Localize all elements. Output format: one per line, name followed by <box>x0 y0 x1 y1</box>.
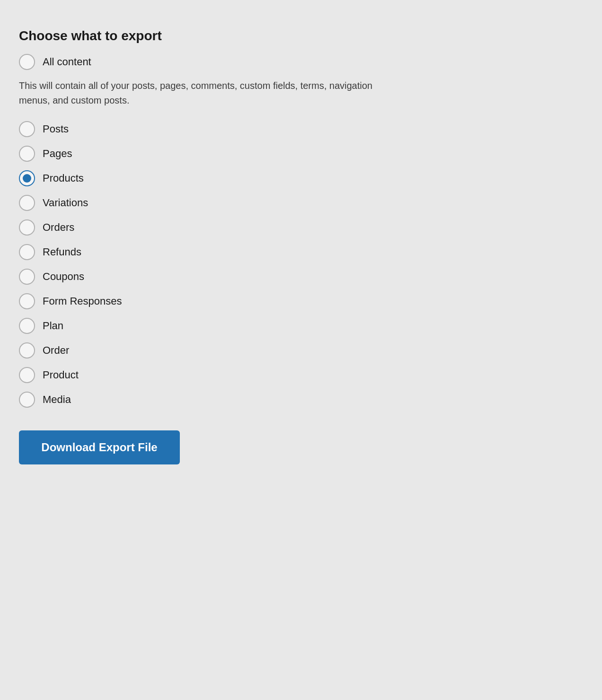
radio-variations[interactable] <box>19 195 35 211</box>
label-variations[interactable]: Variations <box>43 197 88 209</box>
option-media: Media <box>19 392 398 408</box>
radio-products[interactable] <box>19 170 35 186</box>
option-pages: Pages <box>19 146 398 162</box>
radio-refunds[interactable] <box>19 244 35 260</box>
radio-product[interactable] <box>19 367 35 383</box>
label-product[interactable]: Product <box>43 369 79 381</box>
option-plan: Plan <box>19 318 398 334</box>
option-refunds: Refunds <box>19 244 398 260</box>
option-product: Product <box>19 367 398 383</box>
radio-coupons[interactable] <box>19 269 35 285</box>
label-refunds[interactable]: Refunds <box>43 246 81 258</box>
label-all-content[interactable]: All content <box>43 56 91 68</box>
radio-form-responses[interactable] <box>19 293 35 309</box>
option-orders: Orders <box>19 219 398 236</box>
label-coupons[interactable]: Coupons <box>43 271 84 283</box>
label-pages[interactable]: Pages <box>43 148 72 160</box>
option-variations: Variations <box>19 195 398 211</box>
label-form-responses[interactable]: Form Responses <box>43 295 122 307</box>
export-form: Choose what to export All content This w… <box>14 19 402 474</box>
radio-posts[interactable] <box>19 121 35 137</box>
download-export-button[interactable]: Download Export File <box>19 430 180 464</box>
radio-orders[interactable] <box>19 219 35 236</box>
label-order[interactable]: Order <box>43 344 69 357</box>
option-all-content: All content <box>19 54 398 70</box>
option-posts: Posts <box>19 121 398 137</box>
all-content-description: This will contain all of your posts, pag… <box>19 79 398 108</box>
option-order: Order <box>19 342 398 359</box>
label-products[interactable]: Products <box>43 172 84 184</box>
label-orders[interactable]: Orders <box>43 221 74 234</box>
label-plan[interactable]: Plan <box>43 320 63 332</box>
radio-plan[interactable] <box>19 318 35 334</box>
option-form-responses: Form Responses <box>19 293 398 309</box>
label-posts[interactable]: Posts <box>43 123 69 135</box>
label-media[interactable]: Media <box>43 394 71 406</box>
radio-all-content[interactable] <box>19 54 35 70</box>
page-title: Choose what to export <box>19 28 398 44</box>
radio-media[interactable] <box>19 392 35 408</box>
radio-order[interactable] <box>19 342 35 359</box>
option-coupons: Coupons <box>19 269 398 285</box>
radio-pages[interactable] <box>19 146 35 162</box>
option-products: Products <box>19 170 398 186</box>
